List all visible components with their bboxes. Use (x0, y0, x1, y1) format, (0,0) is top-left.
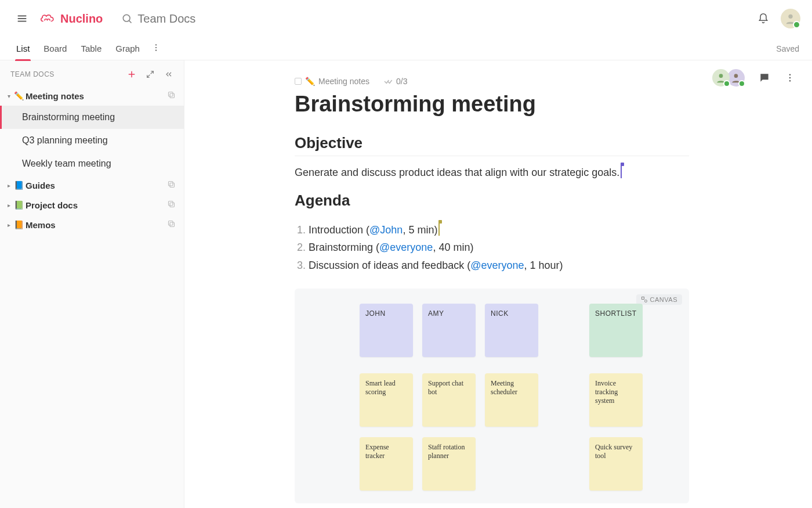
canvas-card[interactable]: Quick survey tool (589, 437, 643, 491)
chevron-right-icon: ▸ (5, 182, 13, 189)
section-label: Project docs (24, 200, 165, 210)
doc-more-button[interactable] (780, 67, 800, 88)
agenda-list[interactable]: Introduction (@John, 5 min)Brainstorming… (309, 221, 701, 275)
svg-point-3 (124, 15, 130, 21)
collaborator-avatar[interactable] (712, 69, 730, 87)
page-title[interactable]: Brainstorming meeting (295, 92, 701, 117)
doc-meta-row: ✏️ Meeting notes 0/3 (295, 77, 701, 86)
person-icon (715, 72, 727, 84)
section-emoji: ✏️ (13, 91, 24, 100)
svg-rect-13 (170, 183, 175, 188)
agenda-suffix: , 5 min) (403, 224, 437, 236)
canvas-card[interactable]: Meeting scheduler (485, 373, 538, 427)
svg-point-21 (789, 74, 791, 75)
canvas-card[interactable]: NICK (485, 304, 538, 357)
view-more-button[interactable] (147, 43, 165, 55)
comments-button[interactable] (754, 67, 775, 88)
more-vertical-icon (151, 43, 161, 52)
tab-list[interactable]: List (9, 37, 37, 60)
chevron-down-icon: ▾ (5, 93, 13, 99)
mention[interactable]: @John (369, 224, 403, 236)
agenda-item[interactable]: Discussion of ideas and feedback (@every… (309, 257, 701, 275)
canvas-card[interactable]: AMY (422, 304, 476, 357)
breadcrumb[interactable]: ✏️ Meeting notes (295, 77, 369, 86)
search[interactable] (114, 12, 311, 26)
search-icon (121, 13, 133, 24)
sidebar-section[interactable]: ▾✏️Meeting notes (0, 86, 184, 106)
copy-icon[interactable] (165, 219, 177, 230)
svg-line-4 (129, 20, 132, 23)
breadcrumb-emoji: ✏️ (305, 77, 315, 86)
canvas-embed[interactable]: CANVAS JOHNAMYNICKSHORTLISTSmart lead sc… (295, 289, 689, 503)
person-icon (784, 12, 797, 25)
sidebar-page[interactable]: Weekly team meeting (0, 152, 184, 175)
section-emoji: 📗 (13, 200, 24, 210)
notifications-button[interactable] (753, 8, 774, 29)
canvas-card[interactable]: Support chat bot (422, 373, 476, 427)
mention[interactable]: @everyone (379, 242, 433, 253)
sidebar-section[interactable]: ▸📗Project docs (0, 195, 184, 215)
sidebar-page[interactable]: Q3 planning meeting (0, 129, 184, 152)
svg-rect-11 (170, 93, 175, 98)
agenda-item[interactable]: Brainstorming (@everyone, 40 min) (309, 239, 701, 257)
svg-point-5 (788, 15, 792, 19)
agenda-prefix: Brainstorming ( (309, 242, 379, 253)
sidebar-tree: ▾✏️Meeting notesBrainstorming meetingQ3 … (0, 86, 184, 235)
svg-point-8 (155, 49, 157, 51)
bell-icon (757, 13, 769, 24)
objective-heading[interactable]: Objective (295, 134, 689, 156)
expand-icon (146, 70, 155, 79)
canvas-card[interactable]: Smart lead scoring (360, 373, 413, 427)
section-label: Meeting notes (24, 91, 165, 101)
chevron-right-icon: ▸ (5, 202, 13, 208)
canvas-card[interactable]: JOHN (360, 304, 413, 357)
canvas-card[interactable]: Invoice tracking system (589, 373, 643, 427)
viewbar: List Board Table Graph Saved (0, 37, 812, 60)
agenda-heading[interactable]: Agenda (295, 192, 689, 213)
logo[interactable]: Nuclino (39, 12, 103, 26)
logo-text: Nuclino (60, 12, 103, 26)
tab-label: Graph (115, 44, 140, 53)
checklist-icon (383, 77, 393, 86)
sidebar-section[interactable]: ▸📙Memos (0, 215, 184, 235)
agenda-item[interactable]: Introduction (@John, 5 min) (309, 221, 701, 239)
tab-board[interactable]: Board (37, 37, 74, 60)
tab-label: Board (44, 44, 67, 53)
copy-icon[interactable] (165, 180, 177, 190)
svg-point-7 (155, 46, 157, 48)
collapse-sidebar-button[interactable] (161, 66, 177, 82)
objective-text: Generate and discuss product ideas that … (295, 167, 619, 178)
objective-body[interactable]: Generate and discuss product ideas that … (295, 164, 701, 181)
svg-rect-12 (168, 92, 173, 97)
add-page-button[interactable] (124, 66, 140, 82)
canvas-card[interactable]: SHORTLIST (589, 304, 643, 357)
tab-table[interactable]: Table (74, 37, 108, 60)
expand-button[interactable] (142, 66, 158, 82)
svg-rect-15 (170, 203, 175, 207)
checklist-progress[interactable]: 0/3 (383, 77, 407, 86)
mention[interactable]: @everyone (470, 260, 524, 271)
canvas-card[interactable]: Expense tracker (360, 437, 413, 491)
copy-icon[interactable] (165, 91, 177, 101)
copy-icon[interactable] (165, 200, 177, 210)
agenda-prefix: Discussion of ideas and feedback ( (309, 260, 470, 271)
agenda-suffix: , 40 min) (433, 242, 473, 253)
tab-graph[interactable]: Graph (108, 37, 147, 60)
chevrons-left-icon (164, 70, 173, 79)
svg-rect-17 (170, 222, 175, 227)
tab-label: Table (81, 44, 102, 53)
canvas-grid[interactable]: JOHNAMYNICKSHORTLISTSmart lead scoringSu… (304, 298, 680, 494)
doc-toolbar (712, 67, 800, 88)
hamburger-icon (16, 12, 28, 25)
svg-point-19 (719, 74, 723, 78)
sidebar-section[interactable]: ▸📘Guides (0, 175, 184, 195)
search-input[interactable] (137, 12, 311, 26)
current-user-avatar[interactable] (781, 9, 800, 28)
topbar: Nuclino (0, 0, 812, 37)
chevron-right-icon: ▸ (5, 222, 13, 228)
sidebar-page[interactable]: Brainstorming meeting (0, 106, 184, 129)
content: ✏️ Meeting notes 0/3 Brainstorming meeti… (184, 60, 812, 508)
menu-button[interactable] (12, 8, 32, 29)
canvas-card[interactable]: Staff rotation planner (422, 437, 476, 491)
collaborator-cursor (438, 223, 440, 236)
